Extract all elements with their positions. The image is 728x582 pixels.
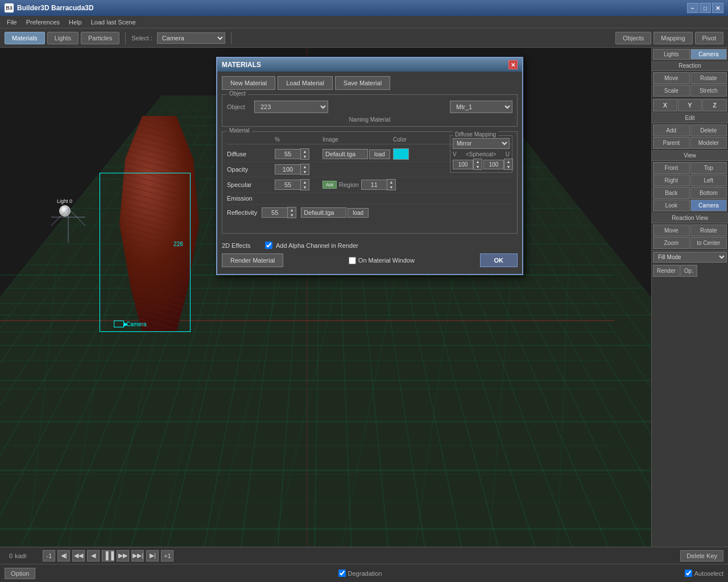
add-alpha-checkbox[interactable] [265, 242, 272, 249]
menu-preferences[interactable]: Preferences [22, 18, 64, 27]
minimize-button[interactable]: − [687, 3, 698, 13]
opacity-percent-spinner: ▲ ▼ [275, 164, 320, 175]
diffuse-color-swatch[interactable] [393, 148, 409, 160]
add-button[interactable]: Add [653, 124, 690, 136]
tab-camera-panel[interactable]: Camera [690, 49, 727, 60]
dm-u-down[interactable]: ▼ [504, 164, 512, 169]
region-label: Region [339, 181, 359, 188]
tl-back[interactable]: ◀ [87, 550, 100, 562]
tab-particles[interactable]: Particles [81, 32, 119, 44]
region-spin-up[interactable]: ▲ [387, 180, 395, 185]
y-button[interactable]: Y [678, 99, 702, 111]
front-button[interactable]: Front [653, 162, 690, 174]
mapping-mode-select[interactable]: Mirror Wrap Clamp [453, 138, 510, 149]
tl-end[interactable]: ▶| [146, 550, 159, 562]
autoselect-checkbox[interactable] [685, 569, 692, 577]
material-select[interactable]: Mtr_1 [450, 101, 512, 113]
opacity-spin-up[interactable]: ▲ [301, 164, 309, 169]
reflectivity-load-button[interactable]: load [348, 208, 369, 218]
parent-button[interactable]: Parent [653, 137, 690, 149]
objects-button[interactable]: Objects [615, 32, 651, 44]
right-panel: Lights Camera Reaction Move Rotate Scale… [651, 48, 728, 547]
menu-file[interactable]: File [2, 18, 22, 27]
tl-prev-prev[interactable]: ◀| [57, 550, 70, 562]
op-button[interactable]: Op. [680, 265, 697, 277]
bottom-button[interactable]: Bottom [690, 187, 727, 199]
tab-materials[interactable]: Materials [5, 32, 45, 44]
pivot-button[interactable]: Pivot [695, 32, 723, 44]
rv-rotate-button[interactable]: Rotate [690, 225, 727, 236]
dm-v-field[interactable] [453, 160, 473, 169]
x-button[interactable]: X [653, 99, 677, 111]
tab-lights[interactable]: Lights [47, 32, 78, 44]
select-label: Select : [131, 35, 152, 41]
modeler-button[interactable]: Modeler [690, 137, 727, 149]
scale-button[interactable]: Scale [653, 85, 690, 97]
close-button[interactable]: ✕ [712, 3, 723, 13]
tl-next[interactable]: ▶▶| [131, 550, 144, 562]
reflectivity-percent-field[interactable] [262, 207, 287, 218]
tl-plus1[interactable]: +1 [161, 550, 173, 562]
reflectivity-spin-up[interactable]: ▲ [288, 207, 296, 213]
diffuse-spin-btns: ▲ ▼ [300, 148, 309, 160]
render-button[interactable]: Render [653, 265, 680, 277]
reflectivity-spin-down[interactable]: ▼ [288, 213, 296, 218]
diffuse-load-button[interactable]: load [369, 149, 390, 159]
diffuse-spin-up[interactable]: ▲ [301, 149, 309, 154]
z-button[interactable]: Z [702, 99, 727, 111]
opacity-spin-down[interactable]: ▼ [301, 169, 309, 174]
delete-key-button[interactable]: Delete Key [680, 550, 723, 562]
dm-v-up[interactable]: ▲ [474, 159, 482, 164]
mapping-button[interactable]: Mapping [653, 32, 692, 44]
dm-u-field[interactable] [483, 160, 504, 169]
ani-button[interactable]: Ani [322, 181, 337, 189]
reflectivity-image-field[interactable] [301, 207, 346, 218]
fill-mode-select[interactable]: Fill Mode Wireframe Solid [653, 252, 727, 263]
reaction-view-buttons: Move Rotate Zoom to Center [652, 223, 728, 250]
maximize-button[interactable]: □ [700, 3, 711, 13]
tab-lights-panel[interactable]: Lights [653, 49, 690, 60]
load-material-button[interactable]: Load Material [278, 76, 333, 90]
tl-play[interactable]: ▐▐ [102, 550, 114, 562]
back-button[interactable]: Back [653, 187, 690, 199]
menu-load-last-scene[interactable]: Load last Scene [86, 18, 140, 27]
object-select[interactable]: 223 [254, 101, 328, 113]
render-material-button[interactable]: Render Material [222, 253, 283, 267]
region-spin-down[interactable]: ▼ [387, 185, 395, 190]
new-material-button[interactable]: New Material [222, 76, 275, 90]
camera-view-button[interactable]: Camera [690, 199, 727, 211]
degradation-checkbox[interactable] [338, 569, 346, 577]
specular-spin-down[interactable]: ▼ [301, 185, 309, 190]
rv-zoom-button[interactable]: Zoom [653, 237, 690, 249]
diffuse-image-field[interactable] [322, 149, 368, 159]
dm-v-down[interactable]: ▼ [474, 164, 482, 169]
rv-move-button[interactable]: Move [653, 225, 690, 236]
dm-u-up[interactable]: ▲ [504, 159, 512, 164]
opacity-percent-field[interactable] [275, 164, 300, 174]
menu-bar: File Preferences Help Load last Scene [0, 16, 728, 28]
camera-select[interactable]: Camera Object Light [157, 32, 225, 44]
rv-center-button[interactable]: to Center [690, 237, 727, 249]
diffuse-percent-field[interactable] [275, 149, 300, 159]
specular-spin-up[interactable]: ▲ [301, 180, 309, 185]
specular-percent-field[interactable] [275, 180, 300, 190]
delete-button[interactable]: Delete [690, 124, 727, 136]
top-button[interactable]: Top [690, 162, 727, 174]
right-view-button[interactable]: Right [653, 174, 690, 186]
menu-help[interactable]: Help [64, 18, 86, 27]
on-window-checkbox[interactable] [349, 257, 356, 264]
left-button[interactable]: Left [690, 174, 727, 186]
save-material-button[interactable]: Save Material [335, 76, 390, 90]
ok-button[interactable]: OK [480, 253, 518, 267]
rotate-button[interactable]: Rotate [690, 72, 727, 84]
tl-prev[interactable]: ◀◀ [72, 550, 85, 562]
stretch-button[interactable]: Stretch [690, 85, 727, 97]
dialog-close-button[interactable]: ✕ [508, 60, 518, 69]
tl-forward[interactable]: ▶▶ [117, 550, 129, 562]
look-button[interactable]: Look [653, 199, 690, 211]
region-field[interactable] [361, 180, 387, 190]
option-button[interactable]: Option [5, 568, 35, 579]
tl-minus1[interactable]: -1 [43, 550, 55, 562]
diffuse-spin-down[interactable]: ▼ [301, 154, 309, 159]
move-button[interactable]: Move [653, 72, 690, 84]
